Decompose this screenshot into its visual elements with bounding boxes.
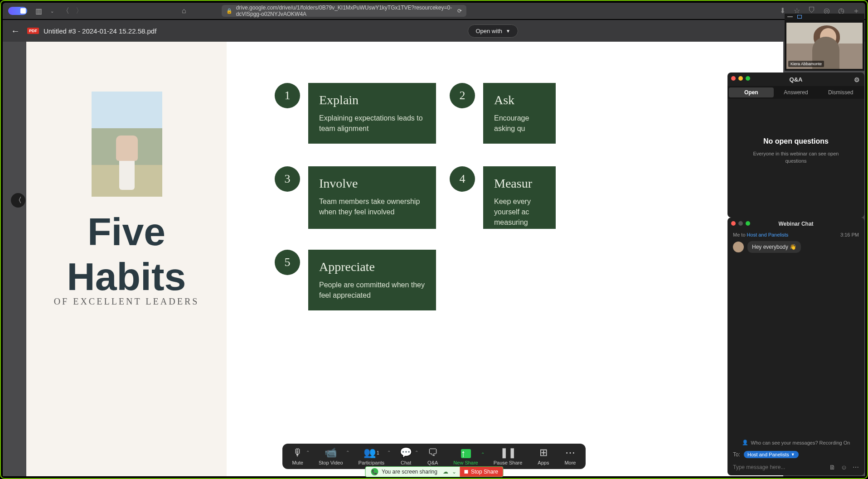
habit-card-3: Involve Team members take ownership when… [308, 166, 436, 229]
gear-icon[interactable]: ⚙ [854, 76, 860, 83]
qa-button[interactable]: 🗨Q&A [427, 447, 438, 465]
chat-to-row: To: Host and Panelists▼ [727, 448, 864, 461]
self-video-thumbnail[interactable]: Kiera Abbamonte [785, 14, 864, 71]
habit-card-4: Measur Keep every yourself ac measuring [483, 166, 556, 229]
more-button[interactable]: ⋯More [564, 447, 576, 465]
qa-empty-state: No open questions Everyone in this webin… [727, 99, 864, 203]
pdf-badge: PDF [27, 28, 39, 34]
caret-down-icon: ▼ [791, 452, 795, 457]
caret-icon[interactable]: ⌃ [387, 450, 391, 455]
new-share-button[interactable]: ↑New Share⌃ [453, 449, 478, 465]
chat-message-row: Hey everybody 👋 [727, 239, 864, 255]
open-with-label: Open with [475, 28, 502, 34]
habit-card-5: Appreciate People are committed when the… [308, 250, 436, 310]
window-traffic-lights[interactable] [731, 221, 750, 226]
file-icon[interactable]: 🗎 [829, 464, 835, 471]
pdf-page: Five Habits OF EXCELLENT LEADERS 1 Expla… [26, 42, 783, 476]
qa-empty-title: No open questions [763, 137, 829, 145]
habit-card-1: Explain Explaining expectations leads to… [308, 83, 436, 144]
screen-record-pill[interactable] [8, 7, 27, 15]
dropdown-caret-icon[interactable]: ⌄ [50, 9, 54, 14]
hand-photo [92, 92, 162, 197]
habit-desc: Keep every yourself ac measuring [494, 196, 545, 228]
tab-answered[interactable]: Answered [774, 87, 819, 97]
sidebar-toggle-icon[interactable]: ▥ [35, 7, 42, 15]
window-traffic-lights[interactable] [731, 76, 750, 81]
url-bar[interactable]: 🔒 drive.google.com/drive/u/1/folders/0B7… [222, 5, 466, 17]
apps-icon: ⊞ [539, 447, 548, 458]
habit-title: Explain [319, 93, 425, 107]
chat-recipients-link[interactable]: Host and Panelists [747, 232, 789, 237]
chat-button[interactable]: 💬Chat⌃ [400, 447, 412, 465]
habit-number-4: 4 [450, 166, 475, 192]
prev-page-button[interactable]: 〈 [11, 193, 25, 208]
more-icon: ⋯ [565, 447, 575, 458]
lock-icon: 🔒 [226, 8, 233, 14]
chat-time: 3:16 PM [840, 232, 859, 237]
qa-panel: Q&A ⚙ Open Answered Dismissed No open qu… [727, 73, 864, 218]
browser-toolbar: ▥ ⌄ 〈 〉 ⌂ 🔒 drive.google.com/drive/u/1/f… [3, 3, 865, 19]
screen-sharing-strip: 📞 You are screen sharing ☁ ⌄ Stop Share [365, 466, 503, 477]
stop-share-button[interactable]: Stop Share [460, 467, 503, 477]
caret-icon[interactable]: ⌃ [481, 452, 485, 457]
habit-desc: Explaining expectations leads to team al… [319, 113, 425, 134]
phone-icon[interactable]: 📞 [371, 468, 378, 475]
caret-down-icon: ▼ [506, 29, 510, 34]
chat-input-row: 🗎 ☺ ⋯ [727, 461, 864, 475]
qa-title-text: Q&A [790, 76, 803, 83]
habit-number-2: 2 [450, 83, 475, 108]
tab-dismissed[interactable]: Dismissed [818, 87, 863, 97]
habit-number-1: 1 [275, 83, 300, 108]
zoom-meeting-toolbar: 🎙Mute⌃ 📹Stop Video⌃ 👥1Participants⌃ 💬Cha… [282, 444, 586, 469]
reload-icon[interactable]: ⟳ [457, 8, 462, 14]
open-with-button[interactable]: Open with ▼ [468, 24, 518, 38]
nav-back-icon[interactable]: 〈 [62, 6, 69, 16]
video-name-label: Kiera Abbamonte [788, 61, 824, 67]
pause-share-button[interactable]: ❚❚Pause Share [494, 447, 523, 465]
habit-title: Measur [494, 176, 545, 191]
chat-bubble: Hey everybody 👋 [747, 241, 801, 253]
check-icon[interactable]: ⌄ [452, 469, 456, 475]
chat-panel: Webinar Chat Me to Host and Panelists 3:… [727, 218, 864, 475]
tab-open[interactable]: Open [729, 87, 774, 97]
avatar [733, 242, 744, 252]
pause-icon: ❚❚ [500, 447, 516, 458]
habit-desc: Encourage asking qu [494, 113, 545, 134]
drive-preview-header: ← PDF Untitled #3 - 2024-01-24 15.22.58.… [3, 20, 865, 42]
qa-tabs: Open Answered Dismissed [727, 86, 864, 99]
apps-button[interactable]: ⊞Apps [538, 447, 549, 465]
url-text: drive.google.com/drive/u/1/folders/0B79v… [236, 5, 454, 17]
slide-title: Five Habits [26, 209, 227, 299]
microphone-icon: 🎙 [293, 447, 303, 458]
to-selector[interactable]: Host and Panelists▼ [744, 451, 799, 458]
person-icon: 👤 [742, 440, 748, 445]
mute-button[interactable]: 🎙Mute⌃ [292, 447, 303, 465]
caret-icon[interactable]: ⌃ [346, 450, 349, 455]
slide-subtitle: OF EXCELLENT LEADERS [26, 296, 227, 307]
video-icon: 📹 [325, 447, 337, 458]
share-icon: ↑ [461, 449, 471, 458]
cloud-icon[interactable]: ☁ [443, 469, 448, 475]
restore-icon[interactable] [797, 15, 802, 19]
nav-forward-icon[interactable]: 〉 [76, 6, 83, 16]
home-icon[interactable]: ⌂ [182, 7, 186, 15]
sharing-text: You are screen sharing [382, 469, 437, 475]
caret-icon[interactable]: ⌃ [415, 450, 418, 455]
participants-button[interactable]: 👥1Participants⌃ [359, 447, 384, 465]
to-label: To: [733, 451, 740, 458]
habit-number-3: 3 [275, 166, 300, 192]
minimize-icon[interactable] [787, 16, 793, 17]
chat-text-input[interactable] [733, 464, 824, 470]
more-icon[interactable]: ⋯ [853, 464, 859, 471]
habit-card-2: Ask Encourage asking qu [483, 83, 556, 144]
video-frame: Kiera Abbamonte [786, 23, 863, 69]
chat-from: Me to Host and Panelists [733, 232, 788, 237]
file-name: Untitled #3 - 2024-01-24 15.22.58.pdf [44, 27, 156, 35]
caret-icon[interactable]: ⌃ [306, 450, 310, 455]
emoji-icon[interactable]: ☺ [841, 464, 847, 471]
participants-icon: 👥1 [364, 447, 379, 458]
chat-visibility-notice[interactable]: 👤Who can see your messages? Recording On [727, 437, 864, 448]
stop-video-button[interactable]: 📹Stop Video⌃ [319, 447, 343, 465]
back-arrow-icon[interactable]: ← [11, 26, 20, 36]
qa-icon: 🗨 [428, 447, 438, 458]
